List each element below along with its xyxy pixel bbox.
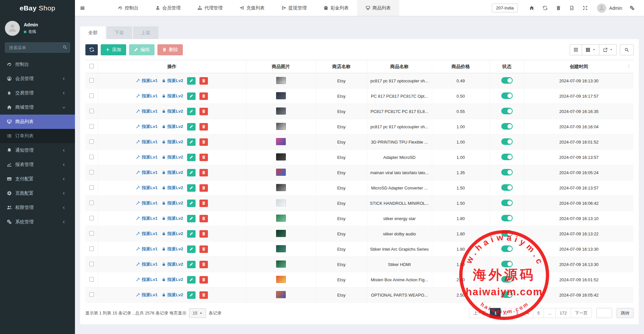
sidebar-item-7[interactable]: 报表管理	[0, 158, 75, 172]
assign-lv2-link[interactable]: 指派Lv2	[162, 261, 183, 267]
page-button-4[interactable]: 4	[522, 308, 533, 318]
row-checkbox[interactable]	[89, 124, 94, 129]
assign-lv2-link[interactable]: 指派Lv2	[162, 292, 183, 298]
row-edit-button[interactable]	[187, 138, 196, 146]
row-edit-button[interactable]	[187, 108, 196, 115]
row-delete-button[interactable]	[199, 123, 208, 131]
assign-lv1-link[interactable]: 指派Lv1	[136, 78, 157, 84]
sidebar-item-6[interactable]: 通知管理	[0, 143, 75, 158]
page-button-5[interactable]: 5	[533, 308, 544, 318]
page-button-active[interactable]: 1	[490, 308, 501, 318]
status-toggle[interactable]	[501, 138, 513, 145]
row-edit-button[interactable]	[187, 230, 196, 238]
sidebar-item-5[interactable]: 订单列表	[0, 129, 75, 143]
tab-1[interactable]: 下架	[107, 26, 132, 39]
product-thumbnail[interactable]	[276, 215, 286, 222]
row-checkbox[interactable]	[89, 201, 94, 205]
assign-lv1-link[interactable]: 指派Lv1	[136, 231, 157, 237]
row-checkbox[interactable]	[89, 216, 94, 220]
search-icon[interactable]	[63, 45, 67, 49]
sidebar-toggle-button[interactable]	[75, 0, 90, 16]
assign-lv2-link[interactable]: 指派Lv2	[162, 108, 183, 114]
sidebar-item-10[interactable]: 权限管理	[0, 201, 75, 215]
status-toggle[interactable]	[501, 154, 513, 160]
status-toggle[interactable]	[501, 276, 513, 283]
status-toggle[interactable]	[501, 77, 513, 84]
product-thumbnail[interactable]	[276, 169, 286, 176]
row-delete-button[interactable]	[199, 261, 208, 268]
row-edit-button[interactable]	[187, 154, 196, 161]
tab-0[interactable]: 全部	[80, 26, 106, 39]
columns-button[interactable]	[582, 44, 599, 55]
edit-button[interactable]: 编辑	[129, 44, 154, 55]
row-checkbox[interactable]	[89, 277, 94, 282]
refresh-button[interactable]	[85, 44, 98, 55]
row-checkbox[interactable]	[89, 185, 94, 190]
add-button[interactable]: 添加	[101, 44, 126, 55]
row-edit-button[interactable]	[187, 291, 196, 299]
table-search-button[interactable]	[620, 44, 634, 55]
page-button-2[interactable]: 2	[501, 308, 512, 318]
row-checkbox[interactable]	[89, 93, 94, 98]
row-checkbox[interactable]	[89, 262, 94, 266]
row-checkbox[interactable]	[89, 231, 94, 236]
row-checkbox[interactable]	[89, 139, 94, 144]
sidebar-item-8[interactable]: 支付配置	[0, 172, 75, 186]
assign-lv1-link[interactable]: 指派Lv1	[136, 93, 157, 99]
fullscreen-icon[interactable]	[583, 6, 588, 10]
row-delete-button[interactable]	[199, 169, 208, 176]
product-thumbnail[interactable]	[276, 230, 286, 237]
page-jump-button[interactable]: 跳转	[617, 308, 634, 318]
assign-lv1-link[interactable]: 指派Lv1	[136, 261, 157, 267]
sort-icon[interactable]	[627, 64, 631, 68]
row-delete-button[interactable]	[199, 154, 208, 161]
page-jump-input[interactable]	[596, 308, 612, 318]
assign-lv1-link[interactable]: 指派Lv1	[136, 200, 157, 206]
select-all-checkbox[interactable]	[89, 64, 94, 68]
assign-lv2-link[interactable]: 指派Lv2	[162, 93, 183, 99]
row-delete-button[interactable]	[199, 245, 208, 253]
product-thumbnail[interactable]	[276, 123, 286, 130]
export-button[interactable]	[599, 44, 617, 55]
product-thumbnail[interactable]	[276, 92, 286, 99]
assign-lv1-link[interactable]: 指派Lv1	[136, 139, 157, 145]
status-toggle[interactable]	[501, 184, 513, 191]
row-delete-button[interactable]	[199, 77, 208, 85]
assign-lv1-link[interactable]: 指派Lv1	[136, 246, 157, 252]
status-toggle[interactable]	[501, 230, 513, 237]
assign-lv2-link[interactable]: 指派Lv2	[162, 139, 183, 145]
row-edit-button[interactable]	[187, 169, 196, 176]
region-select[interactable]: 207-India	[492, 4, 518, 12]
row-delete-button[interactable]	[199, 276, 208, 284]
topnav-item-2[interactable]: 代理管理	[189, 0, 231, 16]
page-button-0[interactable]: 上一页	[469, 308, 490, 318]
row-edit-button[interactable]	[187, 200, 196, 207]
row-delete-button[interactable]	[199, 200, 208, 207]
tab-2[interactable]: 上架	[133, 26, 158, 39]
sidebar-item-11[interactable]: 系统管理	[0, 215, 75, 229]
assign-lv1-link[interactable]: 指派Lv1	[136, 170, 157, 175]
topnav-item-6[interactable]: 商品列表	[357, 0, 399, 16]
topnav-item-3[interactable]: 充值列表	[231, 0, 273, 16]
assign-lv2-link[interactable]: 指派Lv2	[162, 200, 183, 206]
product-thumbnail[interactable]	[276, 245, 286, 252]
sidebar-item-3[interactable]: 商城管理	[0, 100, 75, 115]
assign-lv2-link[interactable]: 指派Lv2	[162, 185, 183, 191]
row-checkbox[interactable]	[89, 246, 94, 251]
status-toggle[interactable]	[501, 123, 513, 130]
row-edit-button[interactable]	[187, 276, 196, 284]
assign-lv2-link[interactable]: 指派Lv2	[162, 154, 183, 160]
status-toggle[interactable]	[501, 245, 513, 252]
row-edit-button[interactable]	[187, 77, 196, 85]
status-toggle[interactable]	[501, 291, 513, 298]
page-button-8[interactable]: 下一页	[571, 308, 592, 318]
detail-view-button[interactable]	[570, 44, 582, 55]
topnav-item-0[interactable]: 控制台	[110, 0, 147, 16]
user-menu[interactable]: Admin	[597, 4, 622, 13]
topnav-item-1[interactable]: 会员管理	[147, 0, 189, 16]
assign-lv2-link[interactable]: 指派Lv2	[162, 170, 183, 175]
row-checkbox[interactable]	[89, 109, 94, 113]
assign-lv2-link[interactable]: 指派Lv2	[162, 124, 183, 130]
row-edit-button[interactable]	[187, 261, 196, 268]
product-thumbnail[interactable]	[276, 276, 286, 283]
